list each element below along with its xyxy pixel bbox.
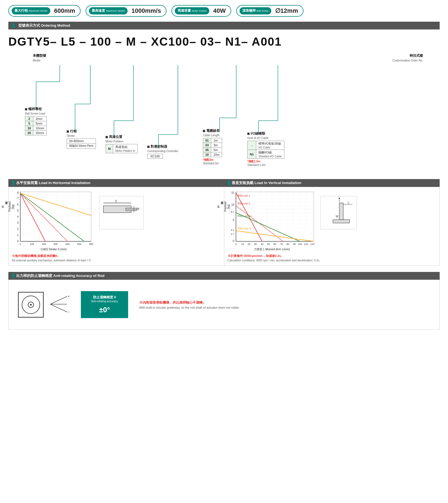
svg-text:導程Lead 5: 導程Lead 5: [237, 202, 250, 205]
svg-line-91: [50, 296, 67, 304]
spec-label-ball-screw: 滾珠螺桿 Ball Screw: [240, 7, 271, 14]
model-label: 本體型號 Model: [33, 53, 46, 62]
teal-bar-icon: [12, 23, 14, 28]
anti-rot-section-header: 出力桿的防止迴轉精度 Anti-rotating Accuracy of Rod: [8, 272, 440, 280]
spec-value-ball-screw: ∅12mm: [275, 7, 298, 14]
svg-text:−θ: −θ: [68, 310, 70, 314]
cable-len-table: 011m 033m 055m 1010m: [203, 138, 222, 157]
anti-rot-note-gray: With built-in circular guideway, so the …: [139, 306, 240, 309]
spec-label-max-stroke: 最大行程 Maximum Stroke: [12, 7, 50, 14]
svg-text:4: 4: [17, 215, 19, 218]
horizontal-diagram: S W: [99, 196, 144, 229]
svg-text:100: 100: [298, 243, 302, 246]
svg-text:0: 0: [19, 243, 21, 246]
svg-text:8: 8: [17, 191, 19, 194]
svg-rect-18: [20, 192, 91, 241]
horizontal-chart-area: W荷重Payload(kg) 0 1 2 3: [12, 190, 221, 251]
svg-text:40: 40: [260, 243, 263, 246]
h-x-label: 行程S Stroke S (mm): [12, 247, 95, 251]
svg-text:8.1: 8.1: [231, 210, 234, 213]
v-x-label: 力臂長 L Moment Arm L(mm): [228, 247, 317, 251]
svg-text:2: 2: [17, 227, 19, 231]
cable-standard-note: *標配3m Standard:3m: [203, 158, 222, 165]
ordering-section: DGTY5– L5 – 100 – M – XC100– 03– N1– A00…: [0, 29, 448, 176]
vertical-diagram: L W: [320, 196, 357, 229]
motor-pos-table: M馬達直結Motor Hidden In: [106, 144, 138, 153]
vertical-chart-area: W荷重Payload(kg) 0 2.7 3.1 5 8.1: [228, 190, 436, 251]
anti-rot-note-red: ※內附滾珠滑軌機構，所以推桿軸心不迴轉。: [139, 300, 240, 305]
svg-rect-79: [333, 220, 350, 223]
svg-text:0: 0: [233, 240, 234, 243]
svg-text:0: 0: [17, 240, 19, 243]
svg-text:W: W: [137, 207, 140, 210]
svg-text:導程Lead 20: 導程Lead 20: [237, 227, 252, 230]
svg-text:300: 300: [53, 243, 58, 246]
svg-text:L: L: [348, 201, 349, 204]
svg-text:10: 10: [231, 203, 234, 206]
svg-text:1: 1: [17, 234, 19, 237]
vertical-chart-graph: W荷重Payload(kg) 0 2.7 3.1 5 8.1: [228, 190, 317, 251]
svg-text:W: W: [336, 215, 339, 218]
horizontal-chart-panel: W荷重Payload(kg) 0 1 2 3: [8, 187, 224, 266]
horizontal-note: ※無外部輔助機構,負載延伸距離0。 No external auxiliary …: [12, 254, 221, 262]
svg-text:30: 30: [254, 243, 257, 246]
svg-text:500: 500: [77, 243, 81, 246]
svg-text:80: 80: [286, 243, 289, 246]
ordering-diagram: 本體型號 Model 特注式樣 Customization Order No.: [8, 48, 440, 168]
io-standard-note: *標配1.5m Standard:1.5m: [247, 160, 284, 167]
spec-value-max-stroke: 600mm: [54, 7, 75, 14]
teal-bar-vert: [228, 180, 230, 185]
horizontal-chart-graph: W荷重Payload(kg) 0 1 2 3: [12, 190, 95, 251]
accuracy-title-en: Anti-rotating accuracy: [87, 300, 122, 303]
svg-text:100: 100: [30, 243, 34, 246]
svg-text:0: 0: [235, 243, 237, 246]
svg-text:3: 3: [17, 221, 19, 224]
io-section-label: I/O線種類 Kind of I/O Cable -標準I/O彩虹排線I/O C…: [247, 131, 284, 167]
svg-text:5: 5: [17, 209, 19, 212]
spec-label-motor-output: 馬達容量 Motor Output: [175, 7, 209, 14]
svg-text:導程Lead 2: 導程Lead 2: [237, 194, 250, 197]
teal-bar-anti-rot: [12, 273, 14, 278]
angle-lines: +θ −θ: [48, 293, 70, 316]
spec-ball-screw: 滾珠螺桿 Ball Screw ∅12mm: [236, 5, 303, 17]
custom-label: 特注式樣 Customization Order No.: [392, 53, 423, 62]
connector-lines-svg: [8, 48, 440, 168]
svg-text:120: 120: [310, 243, 314, 246]
anti-rot-diagram: +θ −θ: [17, 291, 70, 319]
svg-text:S: S: [115, 200, 117, 203]
spec-label-max-speed: 最高速度 Maximum Speed: [89, 7, 128, 14]
ordering-code: DGTY5– L5 – 100 – M – XC100– 03– N1– A00…: [8, 35, 440, 48]
anti-rot-header-wrapper: 出力桿的防止迴轉精度 Anti-rotating Accuracy of Rod: [8, 272, 440, 280]
svg-text:50: 50: [267, 243, 270, 246]
horizontal-chart-svg: 0 1 2 3 4 5 6 7 8 0 100 200 300 400 500: [12, 190, 95, 246]
anti-rot-svg: [17, 291, 45, 319]
load-charts-content: W荷重Payload(kg) 0 1 2 3: [8, 187, 440, 266]
spec-value-motor-output: 40W: [213, 7, 226, 14]
svg-text:6: 6: [17, 203, 19, 206]
specs-bar: 最大行程 Maximum Stroke 600mm 最高速度 Maximum S…: [0, 0, 448, 22]
svg-text:10: 10: [241, 243, 244, 246]
controller-table: XC100: [147, 154, 163, 159]
controller-section-label: 對應控制器 Corresponding Controller XC100: [147, 144, 178, 159]
ordering-section-title: 型號表示方式 Ordering Method: [18, 23, 70, 28]
svg-text:導程Lead 10: 導程Lead 10: [237, 215, 252, 217]
svg-text:7: 7: [17, 197, 19, 200]
ball-screw-section-label: 螺桿導程 Ball Screw Lead 22mm 55mm 1010mm 20…: [25, 107, 47, 135]
cable-len-section-label: 電纜線長 Cable Length 011m 033m 055m 1010m *…: [203, 128, 222, 165]
v-y-label: W荷重Payload(kg): [217, 202, 230, 212]
accuracy-box: 防止迴轉精度 θ Anti-rotating accuracy ±0°: [81, 291, 128, 318]
svg-text:90: 90: [293, 243, 295, 246]
svg-text:400: 400: [65, 243, 69, 246]
spec-max-speed: 最高速度 Maximum Speed 1000mm/s: [86, 5, 166, 17]
svg-text:200: 200: [42, 243, 46, 246]
svg-text:20: 20: [247, 243, 250, 246]
h-y-label: W荷重Payload(kg): [1, 202, 15, 212]
svg-point-89: [30, 304, 32, 306]
svg-text:+θ: +θ: [68, 294, 70, 298]
svg-text:5: 5: [233, 219, 234, 222]
svg-text:15: 15: [231, 191, 234, 194]
vertical-chart-panel: W荷重Payload(kg) 0 2.7 3.1 5 8.1: [224, 187, 440, 266]
accuracy-value: ±0°: [87, 306, 122, 314]
vertical-note: ※計算條件:3000rpm/min，加減速0.2s。 Calculation c…: [228, 254, 436, 262]
vertical-chart-svg: 0 2.7 3.1 5 8.1 10 15 0 10 20 30 40 50 6…: [228, 190, 317, 246]
